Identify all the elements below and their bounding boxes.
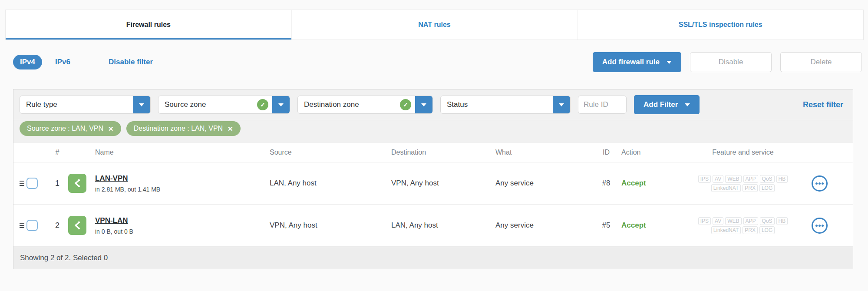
table-header: # Name Source Destination What ID Action… (13, 143, 853, 162)
rule-type-icon (68, 216, 86, 235)
feature-badge: HB (776, 217, 788, 225)
feature-badge: WEB (725, 175, 741, 183)
feature-badge: PRX (743, 226, 758, 234)
reset-filter-link[interactable]: Reset filter (803, 100, 847, 109)
firewall-rules-card: Rule type Source zone ✓ Destination zone… (13, 89, 853, 269)
tab-firewall-rules[interactable]: Firewall rules (6, 10, 291, 40)
feature-badge: LinkedNAT (711, 226, 741, 234)
feature-badge: LinkedNAT (711, 184, 741, 192)
chevron-down-icon (667, 61, 672, 64)
feature-badge: LOG (759, 184, 775, 192)
filter-applied-check-icon: ✓ (257, 99, 268, 110)
rule-source: VPN, Any host (270, 221, 391, 230)
col-name: Name (95, 149, 270, 156)
chevron-down-icon[interactable] (133, 96, 150, 113)
firewall-rule-row: 2 VPN-LAN in 0 B, out 0 B VPN, Any host … (13, 205, 853, 247)
feature-badge: QoS (760, 217, 775, 225)
row-menu-ellipsis-icon[interactable] (812, 218, 828, 234)
destination-zone-dropdown-label: Destination zone (298, 100, 400, 109)
disable-button[interactable]: Disable (690, 52, 772, 72)
chevron-down-icon[interactable] (553, 96, 570, 113)
add-filter-button[interactable]: Add Filter (634, 95, 700, 114)
filter-applied-check-icon: ✓ (400, 99, 411, 110)
tab-ssl-tls-inspection-rules[interactable]: SSL/TLS inspection rules (577, 10, 863, 40)
rule-id-input[interactable] (578, 96, 627, 114)
rule-action: Accept (621, 179, 678, 188)
col-id: ID (591, 149, 621, 156)
feature-badge: IPS (698, 217, 711, 225)
filter-row: Rule type Source zone ✓ Destination zone… (13, 89, 853, 120)
remove-filter-icon[interactable]: ✕ (108, 126, 114, 132)
feature-badge: APP (743, 217, 758, 225)
caret-glyph (559, 103, 564, 106)
feature-badge: LOG (759, 226, 775, 234)
feature-badge: QoS (760, 175, 775, 183)
row-checkbox[interactable] (26, 178, 38, 189)
destination-zone-filter-chip: Destination zone : LAN, VPN ✕ (126, 121, 241, 136)
rule-order-number: 2 (46, 221, 68, 230)
rule-type-dropdown[interactable]: Rule type (20, 96, 151, 114)
caret-glyph (421, 103, 426, 106)
rules-tab-bar: Firewall rules NAT rules SSL/TLS inspect… (5, 10, 864, 40)
col-source: Source (270, 149, 391, 156)
feature-badges: IPSAVWEBAPPQoSHB LinkedNATPRXLOG (678, 217, 808, 234)
rule-destination: LAN, Any host (391, 221, 495, 230)
rule-traffic-stats: in 2.81 MB, out 1.41 MB (95, 186, 270, 193)
feature-badge: WEB (725, 217, 741, 225)
disable-filter-link[interactable]: Disable filter (109, 58, 153, 66)
ipv4-toggle[interactable]: IPv4 (13, 55, 42, 69)
rule-what: Any service (495, 221, 591, 230)
feature-badge: PRX (743, 184, 758, 192)
rule-id: #8 (591, 179, 621, 188)
chevron-down-icon[interactable] (415, 96, 432, 113)
remove-filter-icon[interactable]: ✕ (228, 126, 233, 132)
caret-glyph (139, 103, 144, 106)
rule-type-icon (68, 174, 86, 193)
chip-label: Destination zone : LAN, VPN (134, 125, 223, 132)
drag-handle-icon[interactable] (20, 223, 24, 228)
col-what: What (495, 149, 591, 156)
row-checkbox[interactable] (26, 220, 38, 231)
firewall-rule-row: 1 LAN-VPN in 2.81 MB, out 1.41 MB LAN, A… (13, 162, 853, 205)
chip-label: Source zone : LAN, VPN (27, 125, 103, 132)
status-dropdown-label: Status (441, 100, 553, 109)
rule-name-link[interactable]: VPN-LAN (95, 216, 128, 225)
delete-button[interactable]: Delete (780, 52, 862, 72)
rule-what: Any service (495, 179, 591, 188)
row-menu-ellipsis-icon[interactable] (812, 175, 828, 192)
rule-source: LAN, Any host (270, 179, 391, 188)
add-filter-label: Add Filter (644, 100, 678, 109)
source-zone-filter-chip: Source zone : LAN, VPN ✕ (20, 121, 121, 136)
feature-badge: AV (713, 217, 723, 225)
col-destination: Destination (391, 149, 495, 156)
rule-type-dropdown-label: Rule type (20, 100, 133, 109)
feature-badges: IPSAVWEBAPPQoSHB LinkedNATPRXLOG (678, 175, 808, 192)
rule-name-link[interactable]: LAN-VPN (95, 174, 128, 183)
add-firewall-rule-button[interactable]: Add firewall rule (593, 52, 681, 72)
toolbar: IPv4 IPv6 Disable filter Add firewall ru… (13, 52, 862, 72)
col-feature: Feature and service (678, 149, 808, 156)
rule-order-number: 1 (46, 179, 68, 188)
col-action: Action (621, 149, 678, 156)
rule-action: Accept (621, 221, 678, 230)
tab-nat-rules[interactable]: NAT rules (291, 10, 578, 40)
feature-badge: APP (743, 175, 758, 183)
rule-id: #5 (591, 221, 621, 230)
source-zone-dropdown-label: Source zone (158, 100, 257, 109)
ipv6-toggle[interactable]: IPv6 (55, 58, 70, 66)
status-dropdown[interactable]: Status (440, 96, 571, 114)
chevron-down-icon[interactable] (272, 96, 290, 113)
source-zone-dropdown[interactable]: Source zone ✓ (158, 96, 290, 114)
rule-traffic-stats: in 0 B, out 0 B (95, 228, 270, 235)
table-body: 1 LAN-VPN in 2.81 MB, out 1.41 MB LAN, A… (13, 162, 853, 247)
feature-badge: HB (776, 175, 788, 183)
caret-glyph (278, 103, 284, 106)
table-footer: Showing 2 of 2. Selected 0 (13, 247, 853, 269)
feature-badge: AV (713, 175, 723, 183)
destination-zone-dropdown[interactable]: Destination zone ✓ (297, 96, 433, 114)
chevron-down-icon (685, 103, 690, 106)
drag-handle-icon[interactable] (20, 181, 24, 186)
add-firewall-rule-label: Add firewall rule (602, 58, 660, 66)
rule-destination: VPN, Any host (391, 179, 495, 188)
footer-summary: Showing 2 of 2. Selected 0 (20, 254, 108, 262)
